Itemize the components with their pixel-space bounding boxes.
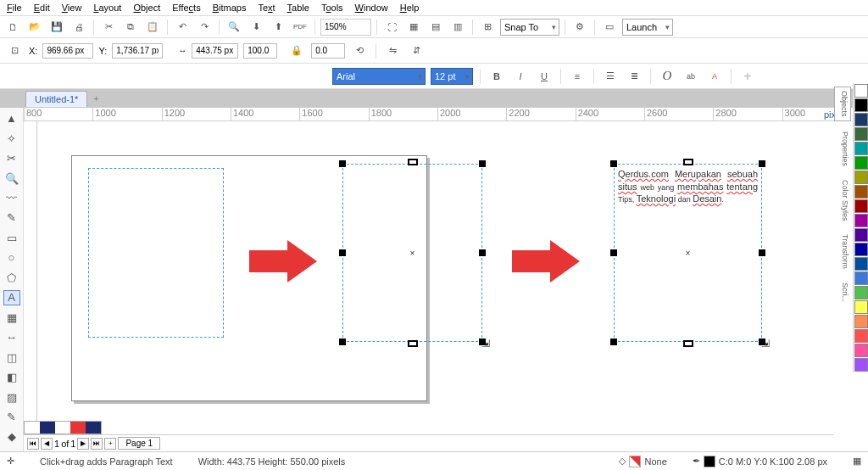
mirror-h-icon[interactable]: ⇋ — [383, 42, 402, 60]
color-proof-icon[interactable]: ▦ — [853, 456, 861, 467]
document-tab[interactable]: Untitled-1* — [25, 91, 87, 107]
docker-properties[interactable]: Properties — [834, 128, 851, 170]
font-dropdown[interactable]: Arial — [332, 68, 426, 85]
open-icon[interactable]: 📂 — [25, 18, 44, 36]
new-tab-button[interactable]: + — [87, 93, 104, 104]
docpal-swatch[interactable] — [25, 422, 40, 434]
palette-swatch[interactable] — [854, 214, 868, 227]
docker-transform[interactable]: Transform — [834, 231, 851, 272]
save-icon[interactable]: 💾 — [47, 18, 66, 36]
copy-icon[interactable]: ⧉ — [121, 18, 140, 36]
transparency-tool-icon[interactable]: ▨ — [3, 389, 20, 404]
menu-table[interactable]: Table — [287, 3, 309, 13]
mirror-v-icon[interactable]: ⇵ — [407, 42, 426, 60]
palette-swatch[interactable] — [854, 156, 868, 170]
palette-swatch[interactable] — [854, 286, 868, 299]
launch-icon[interactable]: ▭ — [600, 18, 619, 36]
text-tool-icon[interactable]: A — [3, 290, 20, 305]
palette-swatch[interactable] — [854, 344, 868, 357]
text-frame-2[interactable]: × ⇲ — [342, 164, 482, 342]
width-input[interactable] — [192, 43, 238, 59]
menu-tools[interactable]: Tools — [321, 3, 343, 13]
pdf-icon[interactable]: PDF — [291, 18, 309, 36]
artistic-media-icon[interactable]: ✎ — [3, 210, 20, 225]
palette-swatch[interactable] — [854, 358, 868, 372]
new-icon[interactable]: 🗋 — [3, 18, 22, 36]
crop-tool-icon[interactable]: ✂ — [3, 151, 20, 165]
snap-dropdown[interactable]: Snap To — [500, 19, 559, 36]
next-page-button[interactable]: ▶ — [77, 438, 89, 450]
italic-button[interactable]: I — [511, 67, 530, 86]
polygon-tool-icon[interactable]: ⬠ — [3, 271, 20, 285]
lock-icon[interactable]: 🔒 — [287, 42, 306, 60]
connector-tool-icon[interactable]: ◫ — [3, 350, 20, 365]
fullscreen-icon[interactable]: ⛶ — [382, 18, 401, 36]
pick-tool-icon[interactable]: ▲ — [3, 111, 20, 126]
menu-object[interactable]: Object — [133, 3, 160, 13]
table-tool-icon[interactable]: ▦ — [3, 311, 20, 325]
effects-tool-icon[interactable]: ◧ — [3, 370, 20, 384]
menu-effects[interactable]: Effects — [172, 3, 200, 13]
ellipse-tool-icon[interactable]: ○ — [3, 250, 20, 265]
menu-text[interactable]: Text — [258, 3, 275, 13]
outline-indicator[interactable]: ✒C:0 M:0 Y:0 K:100 2.08 px — [693, 456, 827, 467]
palette-swatch[interactable] — [854, 127, 868, 141]
canvas-area[interactable]: 800 1000 1200 1400 1600 1800 2000 2200 2… — [24, 108, 868, 464]
cut-icon[interactable]: ✂ — [99, 18, 118, 36]
options-icon[interactable]: ⚙ — [570, 18, 589, 36]
align-icon[interactable]: ≡ — [568, 67, 587, 86]
fill-indicator[interactable]: ◇None — [619, 456, 666, 467]
prev-page-button[interactable]: ◀ — [41, 438, 53, 450]
menu-edit[interactable]: Edit — [34, 3, 50, 13]
undo-icon[interactable]: ↶ — [173, 18, 192, 36]
palette-swatch[interactable] — [854, 98, 868, 112]
first-page-button[interactable]: ⏮ — [27, 438, 39, 450]
palette-swatch[interactable] — [854, 257, 868, 271]
palette-swatch[interactable] — [854, 142, 868, 155]
redo-icon[interactable]: ↷ — [195, 18, 214, 36]
y-input[interactable] — [112, 43, 163, 59]
menu-file[interactable]: File — [7, 3, 22, 13]
x-input[interactable] — [42, 43, 93, 59]
scalex-input[interactable] — [243, 43, 277, 59]
dropcap-icon[interactable]: O — [658, 67, 676, 86]
search-icon[interactable]: 🔍 — [225, 18, 243, 36]
palette-swatch[interactable] — [854, 171, 868, 184]
export-icon[interactable]: ⬆ — [269, 18, 287, 36]
numbering-icon[interactable]: ≣ — [625, 67, 643, 86]
docker-objects[interactable]: Objects — [834, 87, 851, 121]
menu-help[interactable]: Help — [400, 3, 420, 13]
last-page-button[interactable]: ⏭ — [91, 438, 103, 450]
dimension-tool-icon[interactable]: ↔ — [3, 330, 20, 344]
palette-swatch[interactable] — [854, 113, 868, 126]
docker-scripts[interactable]: Scri... — [834, 279, 851, 305]
import-icon[interactable]: ⬇ — [247, 18, 265, 36]
docpal-swatch[interactable] — [40, 422, 55, 434]
palette-swatch[interactable] — [854, 329, 868, 343]
menu-view[interactable]: View — [62, 3, 82, 13]
docpal-swatch[interactable] — [55, 422, 70, 434]
underline-button[interactable]: U — [535, 67, 554, 86]
shape-tool-icon[interactable]: ✧ — [3, 131, 20, 145]
palette-swatch[interactable] — [854, 271, 868, 285]
ab-icon[interactable]: ab — [682, 67, 700, 86]
zoom-tool-icon[interactable]: 🔍 — [3, 171, 20, 185]
print-icon[interactable]: 🖨 — [70, 18, 88, 36]
bold-button[interactable]: B — [487, 67, 506, 86]
palette-swatch[interactable] — [854, 199, 868, 213]
snap-icon[interactable]: ⊞ — [478, 18, 497, 36]
palette-swatch[interactable] — [854, 300, 868, 314]
guides-icon[interactable]: ▥ — [448, 18, 467, 36]
canvas[interactable]: × ⇲ Qerdus.com Merupakan sebuah situs we… — [37, 121, 868, 447]
zoom-input[interactable] — [320, 19, 371, 36]
text-frame-1[interactable] — [88, 168, 224, 338]
bullets-icon[interactable]: ☰ — [601, 67, 620, 86]
rectangle-tool-icon[interactable]: ▭ — [3, 231, 20, 245]
docpal-swatch[interactable] — [86, 422, 101, 434]
text-frame-3[interactable]: Qerdus.com Merupakan sebuah situs web ya… — [614, 164, 762, 342]
rulers-icon[interactable]: ▦ — [404, 18, 423, 36]
page-tab[interactable]: Page 1 — [118, 437, 160, 450]
fill-tool-icon[interactable]: ◆ — [3, 429, 20, 444]
freehand-tool-icon[interactable]: 〰 — [3, 191, 20, 205]
docpal-swatch[interactable] — [70, 422, 86, 434]
